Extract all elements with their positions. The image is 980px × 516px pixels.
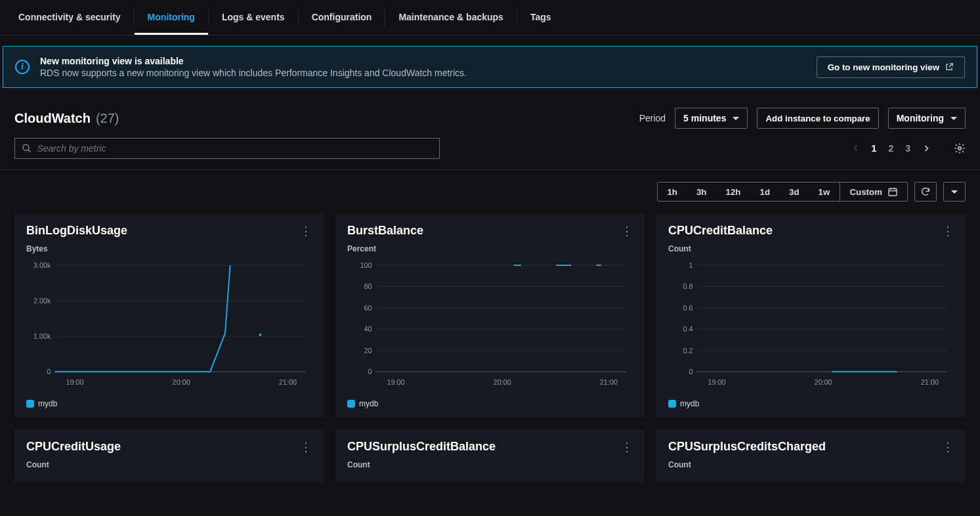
chart-unit: Count xyxy=(668,244,954,253)
kebab-icon[interactable]: ⋮ xyxy=(621,441,633,453)
svg-text:1.00k: 1.00k xyxy=(33,332,51,340)
calendar-icon xyxy=(887,186,898,197)
page-prev-icon[interactable] xyxy=(852,144,860,153)
chart-title: BinLogDiskUsage xyxy=(26,224,127,238)
chart-unit: Count xyxy=(26,460,312,469)
tab-tags[interactable]: Tags xyxy=(517,0,565,35)
range-3d[interactable]: 3d xyxy=(780,183,809,201)
add-instance-button[interactable]: Add instance to compare xyxy=(757,108,878,129)
legend-swatch xyxy=(347,400,355,408)
chart-title: CPUSurplusCreditsCharged xyxy=(668,440,826,454)
button-label: Monitoring xyxy=(897,113,944,123)
svg-text:20:00: 20:00 xyxy=(815,378,832,386)
period-value: 5 minutes xyxy=(683,113,726,123)
svg-text:19:00: 19:00 xyxy=(708,378,725,386)
legend-label: mydb xyxy=(680,399,699,408)
chart-legend: mydb xyxy=(347,399,633,408)
svg-text:0: 0 xyxy=(689,368,693,376)
period-label: Period xyxy=(639,113,666,123)
time-range-bar: 1h 3h 12h 1d 3d 1w Custom xyxy=(0,170,980,202)
tab-maintenance[interactable]: Maintenance & backups xyxy=(385,0,517,35)
page-3[interactable]: 3 xyxy=(905,143,910,154)
range-1d[interactable]: 1d xyxy=(750,183,780,201)
svg-text:21:00: 21:00 xyxy=(921,378,939,386)
svg-text:0: 0 xyxy=(47,368,51,376)
svg-text:1: 1 xyxy=(689,261,693,269)
search-row: 1 2 3 xyxy=(0,138,980,169)
info-banner: i New monitoring view is available RDS n… xyxy=(3,46,977,88)
page-2[interactable]: 2 xyxy=(888,143,893,154)
kebab-icon[interactable]: ⋮ xyxy=(942,225,954,237)
chart-grid: BinLogDiskUsage ⋮ Bytes 01.00k2.00k3.00k… xyxy=(0,202,980,483)
chart-legend: mydb xyxy=(668,399,954,408)
svg-text:0: 0 xyxy=(368,368,372,376)
chart-area: 02040608010019:0020:0021:00 xyxy=(347,257,633,395)
range-3h[interactable]: 3h xyxy=(687,183,717,201)
svg-text:20:00: 20:00 xyxy=(494,378,511,386)
refresh-button[interactable] xyxy=(914,182,937,202)
svg-point-19 xyxy=(259,333,261,336)
svg-text:20: 20 xyxy=(364,347,372,355)
page-next-icon[interactable] xyxy=(922,144,930,153)
svg-text:0.2: 0.2 xyxy=(683,347,692,355)
go-to-monitoring-button[interactable]: Go to new monitoring view xyxy=(817,56,965,78)
period-select[interactable]: 5 minutes xyxy=(675,108,748,129)
search-input[interactable] xyxy=(37,143,433,154)
svg-text:0.8: 0.8 xyxy=(683,282,692,290)
chart-card: CPUCreditUsage ⋮ Count xyxy=(14,429,324,483)
svg-text:60: 60 xyxy=(364,304,372,312)
svg-text:40: 40 xyxy=(364,325,372,333)
chart-title: CPUCreditUsage xyxy=(26,440,121,454)
svg-point-0 xyxy=(23,144,29,150)
svg-text:2.00k: 2.00k xyxy=(33,297,51,305)
tab-configuration[interactable]: Configuration xyxy=(299,0,385,35)
button-label: Go to new monitoring view xyxy=(828,62,939,72)
search-icon xyxy=(22,143,32,154)
chart-area: 00.20.40.60.8119:0020:0021:00 xyxy=(668,257,954,395)
range-1h[interactable]: 1h xyxy=(658,183,687,201)
tab-connectivity[interactable]: Connectivity & security xyxy=(5,0,134,35)
svg-text:19:00: 19:00 xyxy=(387,378,404,386)
svg-text:19:00: 19:00 xyxy=(66,378,83,386)
page-title: CloudWatch xyxy=(14,111,91,126)
time-range-group: 1h 3h 12h 1d 3d 1w Custom xyxy=(657,182,908,202)
info-icon: i xyxy=(15,60,30,74)
gear-icon[interactable] xyxy=(954,142,966,154)
kebab-icon[interactable]: ⋮ xyxy=(300,225,312,237)
svg-text:100: 100 xyxy=(360,261,372,269)
refresh-options-button[interactable] xyxy=(943,182,966,202)
external-link-icon xyxy=(945,62,954,72)
chart-unit: Bytes xyxy=(26,244,312,253)
tab-logs[interactable]: Logs & events xyxy=(209,0,298,35)
svg-text:21:00: 21:00 xyxy=(600,378,618,386)
legend-label: mydb xyxy=(359,399,378,408)
section-header: CloudWatch (27) Period 5 minutes Add ins… xyxy=(0,98,980,138)
chart-area: 01.00k2.00k3.00k19:0020:0021:00 xyxy=(26,257,312,395)
svg-text:21:00: 21:00 xyxy=(279,378,297,386)
chart-legend: mydb xyxy=(26,399,312,408)
kebab-icon[interactable]: ⋮ xyxy=(300,441,312,453)
svg-point-2 xyxy=(958,147,962,150)
chevron-down-icon xyxy=(733,117,739,120)
section-controls: Period 5 minutes Add instance to compare… xyxy=(639,108,966,129)
monitoring-dropdown[interactable]: Monitoring xyxy=(888,108,966,129)
range-12h[interactable]: 12h xyxy=(717,183,751,201)
button-label: Add instance to compare xyxy=(765,114,870,123)
chart-unit: Count xyxy=(347,460,633,469)
svg-text:0.4: 0.4 xyxy=(683,325,692,333)
kebab-icon[interactable]: ⋮ xyxy=(621,225,633,237)
page-1[interactable]: 1 xyxy=(872,143,877,154)
count-badge: (27) xyxy=(96,111,119,126)
refresh-icon xyxy=(920,186,931,197)
svg-text:0.6: 0.6 xyxy=(683,304,692,312)
search-container xyxy=(14,138,440,159)
range-1w[interactable]: 1w xyxy=(809,183,840,201)
range-custom[interactable]: Custom xyxy=(840,183,907,201)
kebab-icon[interactable]: ⋮ xyxy=(942,441,954,453)
svg-text:3.00k: 3.00k xyxy=(33,261,51,269)
svg-rect-3 xyxy=(889,188,897,196)
banner-text: New monitoring view is available RDS now… xyxy=(40,56,806,78)
banner-title: New monitoring view is available xyxy=(40,56,806,66)
tab-monitoring[interactable]: Monitoring xyxy=(135,0,208,35)
chart-card: BurstBalance ⋮ Percent 02040608010019:00… xyxy=(335,213,645,418)
